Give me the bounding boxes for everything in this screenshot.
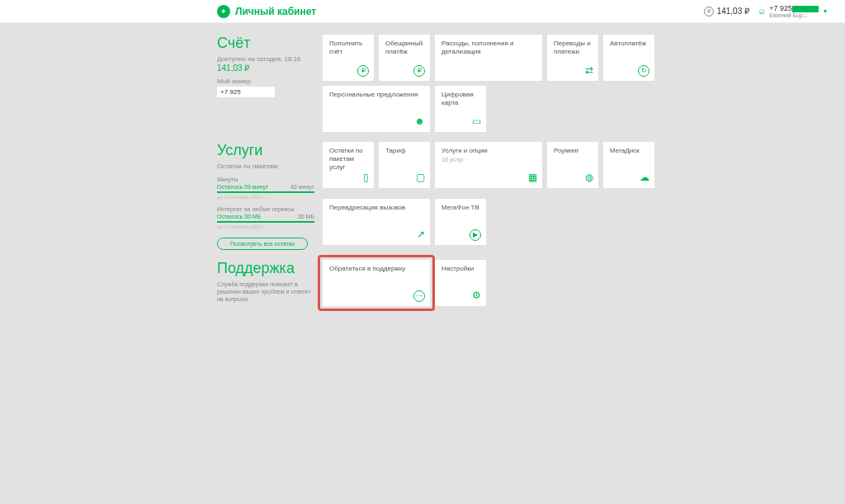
brand-title: Личный кабинет: [235, 6, 316, 17]
header-balance[interactable]: ₽ 141,03 ₽: [704, 7, 749, 16]
card-label: Услуги и опции: [441, 147, 488, 154]
card-icon: ▭: [472, 115, 481, 128]
packet-internet: Интернет на любые сервисы Осталось 30 МБ…: [217, 206, 314, 229]
packet-internet-note: до 17 октября 2023 г.: [217, 224, 314, 229]
card-label: Тариф: [385, 147, 405, 154]
card-options[interactable]: Услуги и опции 10 услуг ▦: [435, 142, 542, 188]
packet-internet-label: Интернет на любые сервисы: [217, 206, 314, 212]
gear-icon: ⚙: [472, 290, 481, 302]
card-transfers[interactable]: Переводы и платежи ⇄: [547, 35, 598, 81]
play-icon: ▶: [470, 229, 481, 241]
services-remainders-label: Остатки по пакетам:: [217, 163, 314, 170]
card-label: Роуминг: [554, 147, 579, 154]
card-label: Цифровая карта: [441, 91, 474, 106]
support-description: Служба поддержки поможет в решении ваших…: [217, 280, 316, 303]
card-label: МегаДиск: [610, 147, 640, 154]
packet-minutes-bar: [217, 191, 314, 193]
card-label: Обратиться в поддержку: [329, 265, 405, 272]
card-label: МегаФон ТВ: [441, 204, 479, 211]
packet-minutes-right: 40 минут: [290, 184, 314, 190]
card-topup[interactable]: Пополнить счёт ₽: [323, 35, 374, 81]
phone-forward-icon: ↗: [417, 228, 425, 241]
transfer-icon: ⇄: [585, 64, 593, 77]
packet-internet-bar: [217, 221, 314, 223]
card-promised-payment[interactable]: Обещанный платёж ₽: [379, 35, 430, 81]
grid-icon: ▦: [528, 172, 537, 184]
card-label: Переводы и платежи: [554, 40, 591, 55]
topbar: ✦ Личный кабинет ₽ 141,03 ₽ ☺ +7 925 Евг…: [0, 0, 845, 23]
card-label: Пополнить счёт: [329, 40, 362, 55]
ruble-icon: ₽: [357, 65, 369, 77]
account-balance: 141,03 ₽: [217, 64, 314, 73]
user-name: Евгений Бор...: [769, 12, 819, 18]
account-title: Счёт: [217, 35, 314, 52]
card-autopay[interactable]: Автоплатёж ↻: [603, 35, 654, 81]
card-megadisk[interactable]: МегаДиск ☁: [603, 142, 654, 188]
promised-icon: ₽: [413, 65, 425, 77]
logo-icon: ✦: [217, 5, 230, 18]
user-icon: ☺: [758, 7, 766, 16]
card-label: Обещанный платёж: [385, 40, 422, 55]
services-title: Услуги: [217, 142, 314, 159]
card-forwarding[interactable]: Переадресация вызовов ↗: [323, 199, 430, 245]
my-number-value: +7 925: [217, 87, 275, 97]
phone-mask: [792, 6, 819, 12]
card-label: Расходы, пополнения и детализация: [441, 40, 513, 55]
section-support: Поддержка Служба поддержки поможет в реш…: [0, 260, 845, 306]
section-account: Счёт Доступно на сегодня, 18:16 141,03 ₽…: [0, 35, 845, 132]
section-services: Услуги Остатки по пакетам: Минуты Остало…: [0, 142, 845, 250]
globe-icon: ◍: [585, 172, 593, 184]
sim-icon: ▢: [416, 172, 425, 184]
user-menu[interactable]: ☺ +7 925 Евгений Бор... ▾: [758, 4, 835, 18]
card-remainders[interactable]: Остатки по пакетам услуг ▯: [323, 142, 374, 188]
ruble-icon: ₽: [704, 7, 714, 16]
packet-minutes: Минуты Осталось 59 минут 40 минут до 17 …: [217, 177, 314, 200]
chevron-down-icon: ▾: [824, 7, 827, 15]
card-label: Остатки по пакетам услуг: [329, 147, 363, 171]
packet-internet-left: Осталось 30 МБ: [217, 214, 261, 219]
card-contact-support[interactable]: Обратиться в поддержку ⋯: [323, 260, 430, 306]
card-settings[interactable]: Настройки ⚙: [435, 260, 486, 306]
card-digital-card[interactable]: Цифровая карта ▭: [435, 86, 486, 132]
battery-icon: ▯: [363, 172, 369, 184]
card-roaming[interactable]: Роуминг ◍: [547, 142, 598, 188]
packet-minutes-left: Осталось 59 минут: [217, 184, 268, 190]
card-megafon-tv[interactable]: МегаФон ТВ ▶: [435, 199, 486, 245]
header-balance-value: 141,03 ₽: [717, 7, 749, 16]
card-label: Настройки: [441, 265, 474, 272]
page-content: Счёт Доступно на сегодня, 18:16 141,03 ₽…: [0, 23, 845, 306]
packet-minutes-note: до 17 октября 2023 г.: [217, 195, 314, 200]
autopay-icon: ↻: [638, 65, 649, 77]
view-all-remainders-button[interactable]: Посмотреть все остатки: [217, 238, 308, 250]
highlight-annotation: Обратиться в поддержку ⋯: [323, 260, 430, 306]
cloud-icon: ☁: [640, 172, 649, 184]
card-expenses[interactable]: Расходы, пополнения и детализация: [435, 35, 542, 81]
card-label: Персональные предложения: [329, 91, 418, 98]
my-number-label: Мой номер: [217, 78, 314, 85]
card-tariff[interactable]: Тариф ▢: [379, 142, 430, 188]
packet-internet-right: 30 МБ: [298, 214, 314, 219]
offers-icon: ☻: [414, 115, 425, 128]
packet-minutes-label: Минуты: [217, 177, 314, 182]
brand-logo[interactable]: ✦ Личный кабинет: [217, 5, 316, 18]
account-available-label: Доступно на сегодня, 18:16: [217, 55, 314, 63]
user-phone: +7 925: [769, 4, 819, 12]
card-options-count: 10 услуг: [441, 157, 536, 164]
chat-icon: ⋯: [413, 290, 425, 302]
card-label: Автоплатёж: [610, 40, 646, 47]
card-label: Переадресация вызовов: [329, 204, 405, 211]
card-offers[interactable]: Персональные предложения ☻: [323, 86, 430, 132]
support-title: Поддержка: [217, 260, 314, 277]
